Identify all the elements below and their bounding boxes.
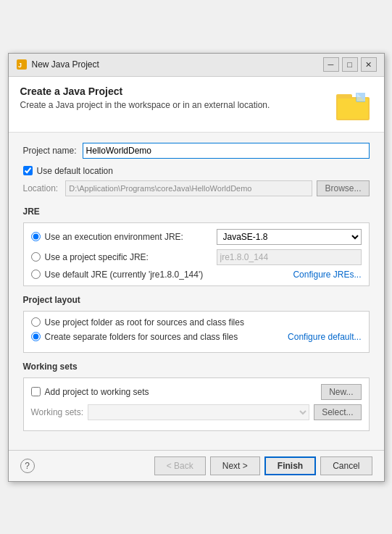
default-location-checkbox[interactable]: [23, 166, 33, 175]
jre-default-radio[interactable]: [31, 270, 41, 279]
jre-radio1-row: Use an execution environment JRE: JavaSE…: [31, 229, 362, 245]
content: Project name: Use default location Locat…: [9, 133, 384, 450]
header-section: Create a Java Project Create a Java proj…: [9, 77, 384, 133]
title-bar-title: New Java Project: [32, 59, 99, 70]
location-input: [65, 180, 312, 196]
project-layout-label: Project layout: [23, 295, 370, 305]
footer-right: < Back Next > Finish Cancel: [154, 456, 372, 475]
footer: ? < Back Next > Finish Cancel: [9, 450, 384, 481]
configure-default-link[interactable]: Configure default...: [288, 332, 361, 342]
working-sets-select: [88, 404, 309, 420]
layout-root-radio[interactable]: [31, 317, 41, 327]
jre-default-label: Use default JRE (currently 'jre1.8.0_144…: [45, 270, 204, 280]
title-bar-left: J New Java Project: [16, 59, 99, 70]
jre-section-label: JRE: [23, 206, 370, 217]
layout-radio2-row: Create separate folders for sources and …: [31, 332, 362, 342]
minimize-button[interactable]: ─: [323, 57, 339, 72]
cancel-button[interactable]: Cancel: [320, 456, 372, 475]
folder-icon: [335, 85, 372, 123]
layout-radio1-row: Use project folder as root for sources a…: [31, 317, 362, 328]
select-working-set-button[interactable]: Select...: [314, 404, 361, 420]
java-icon: J: [16, 59, 28, 70]
title-bar-controls: ─ □ ✕: [323, 57, 377, 72]
working-sets-select-label: Working sets:: [31, 407, 83, 417]
location-label: Location:: [23, 183, 59, 193]
project-name-label: Project name:: [23, 146, 77, 156]
back-button[interactable]: < Back: [154, 456, 206, 475]
default-location-row: Use default location: [23, 166, 370, 176]
layout-root-label: Use project folder as root for sources a…: [45, 317, 244, 328]
jre-specific-label: Use a project specific JRE:: [45, 252, 149, 262]
next-button[interactable]: Next >: [210, 456, 260, 475]
layout-separate-label: Create separate folders for sources and …: [45, 332, 238, 342]
layout-radio1-left: Use project folder as root for sources a…: [31, 317, 244, 328]
project-name-input[interactable]: [83, 143, 370, 159]
jre-env-label: Use an execution environment JRE:: [45, 232, 183, 242]
page-description: Create a Java project in the workspace o…: [20, 100, 270, 110]
jre-specific-input: [217, 249, 362, 265]
jre-radio2-row: Use a project specific JRE:: [31, 249, 362, 265]
footer-left: ?: [20, 459, 35, 473]
close-button[interactable]: ✕: [361, 57, 377, 72]
new-java-project-dialog: J New Java Project ─ □ ✕ Create a Java P…: [8, 53, 385, 482]
header-text: Create a Java Project Create a Java proj…: [20, 85, 270, 110]
title-bar: J New Java Project ─ □ ✕: [9, 54, 384, 77]
svg-text:J: J: [18, 62, 22, 69]
svg-rect-5: [356, 93, 365, 101]
working-sets-label: Working sets: [23, 362, 370, 372]
jre-env-radio[interactable]: [31, 232, 41, 241]
page-title: Create a Java Project: [20, 85, 270, 97]
working-sets-box: Add project to working sets New... Worki…: [23, 377, 370, 431]
jre-env-select[interactable]: JavaSE-1.8 JavaSE-11 JavaSE-17: [217, 229, 362, 245]
finish-button[interactable]: Finish: [264, 456, 316, 475]
configure-jres-link[interactable]: Configure JREs...: [293, 270, 361, 280]
browse-button[interactable]: Browse...: [317, 180, 369, 196]
new-working-set-button[interactable]: New...: [321, 384, 361, 400]
working-sets-select-row: Working sets: Select...: [31, 404, 362, 420]
location-row: Location: Browse...: [23, 180, 370, 196]
jre-specific-radio[interactable]: [31, 252, 41, 262]
working-sets-checkbox[interactable]: [31, 387, 41, 396]
help-button[interactable]: ?: [20, 459, 35, 473]
project-layout-box: Use project folder as root for sources a…: [23, 311, 370, 353]
default-location-label: Use default location: [37, 166, 113, 176]
layout-radio2-left: Create separate folders for sources and …: [31, 332, 238, 342]
maximize-button[interactable]: □: [342, 57, 358, 72]
jre-section-box: Use an execution environment JRE: JavaSE…: [23, 222, 370, 286]
project-name-row: Project name:: [23, 143, 370, 159]
jre-radio3-row: Use default JRE (currently 'jre1.8.0_144…: [31, 270, 362, 280]
layout-separate-radio[interactable]: [31, 332, 41, 341]
working-sets-checkbox-row: Add project to working sets New...: [31, 384, 362, 400]
working-sets-checkbox-label: Add project to working sets: [45, 387, 149, 397]
